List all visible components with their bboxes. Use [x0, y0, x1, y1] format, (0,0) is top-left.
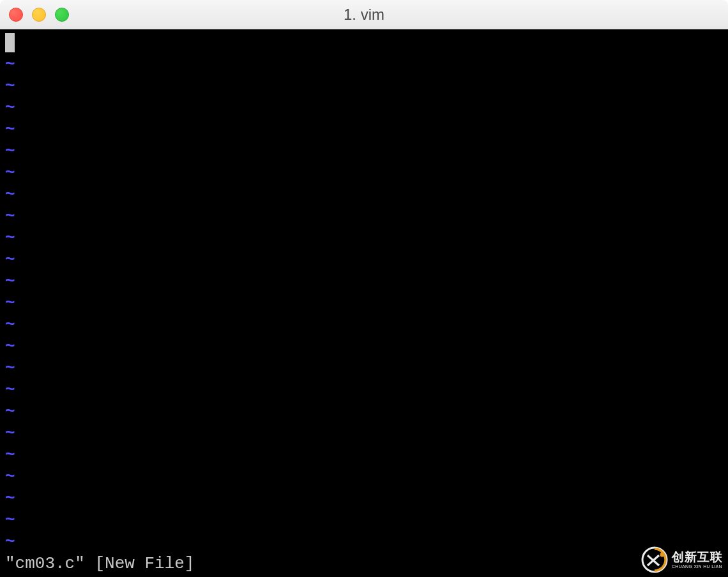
empty-line-tilde: ~ [5, 54, 728, 75]
watermark-en: CHUANG XIN HU LIAN [672, 564, 722, 569]
close-button[interactable] [9, 8, 23, 22]
empty-line-tilde: ~ [5, 531, 728, 553]
watermark-cn: 创新互联 [672, 551, 723, 563]
empty-line-tilde: ~ [5, 379, 728, 401]
traffic-lights [9, 8, 69, 22]
empty-line-tilde: ~ [5, 444, 728, 466]
empty-line-tilde: ~ [5, 97, 728, 119]
terminal-area[interactable]: ~~~~~~~~~~~~~~~~~~~~~~~ "cm03.c" [New Fi… [0, 29, 728, 577]
maximize-button[interactable] [55, 8, 69, 22]
cursor-block-icon [5, 33, 15, 52]
svg-point-1 [660, 553, 665, 557]
empty-line-tilde: ~ [5, 509, 728, 531]
window-title: 1. vim [344, 6, 384, 24]
minimize-button[interactable] [32, 8, 46, 22]
empty-line-tilde: ~ [5, 227, 728, 249]
empty-line-tilde: ~ [5, 292, 728, 314]
vim-status-line: "cm03.c" [New File] [5, 553, 194, 574]
empty-line-tilde: ~ [5, 184, 728, 206]
empty-line-tilde: ~ [5, 119, 728, 140]
empty-line-tilde: ~ [5, 488, 728, 509]
empty-line-tilde: ~ [5, 401, 728, 423]
empty-line-tilde: ~ [5, 249, 728, 271]
editor-content[interactable]: ~~~~~~~~~~~~~~~~~~~~~~~ [0, 32, 728, 553]
empty-line-tilde: ~ [5, 423, 728, 444]
empty-line-tilde: ~ [5, 336, 728, 357]
watermark-text: 创新互联 CHUANG XIN HU LIAN [672, 551, 723, 569]
empty-line-tilde: ~ [5, 140, 728, 162]
empty-line-tilde: ~ [5, 206, 728, 227]
watermark-logo-icon [641, 546, 668, 573]
empty-line-tilde: ~ [5, 466, 728, 488]
cursor-line[interactable] [5, 32, 728, 54]
watermark: 创新互联 CHUANG XIN HU LIAN [641, 546, 723, 573]
empty-line-tilde: ~ [5, 357, 728, 379]
empty-line-tilde: ~ [5, 162, 728, 184]
empty-line-tilde: ~ [5, 314, 728, 336]
title-bar: 1. vim [0, 0, 728, 29]
empty-line-tilde: ~ [5, 271, 728, 292]
empty-line-tilde: ~ [5, 75, 728, 97]
